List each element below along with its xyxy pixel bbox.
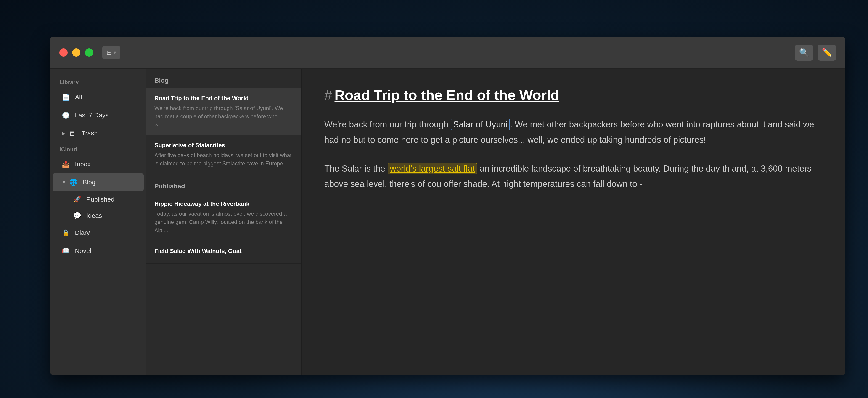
sidebar-item-all-label: All	[75, 93, 82, 101]
editor-heading-line: # Road Trip to the End of the World	[324, 87, 822, 103]
sidebar-toggle-group: ⊟ ▾	[102, 46, 120, 59]
sidebar-item-ideas[interactable]: 💬 Ideas	[59, 208, 144, 224]
sidebar-item-last7days[interactable]: 🕐 Last 7 Days	[53, 106, 144, 124]
sidebar-toggle-button[interactable]: ⊟ ▾	[102, 46, 120, 59]
diary-icon: 🔒	[62, 229, 70, 236]
search-icon: 🔍	[799, 48, 809, 57]
sidebar: Library 📄 All 🕐 Last 7 Days ▶ 🗑 Trash iC…	[50, 68, 146, 375]
sidebar-item-published-label: Published	[86, 196, 115, 203]
blog-section-header: Blog	[146, 68, 301, 88]
blog-subitems: 🚀 Published 💬 Ideas	[50, 192, 146, 224]
editor-heading[interactable]: Road Trip to the End of the World	[334, 87, 559, 103]
note-item-hippie[interactable]: Hippie Hideaway at the Riverbank Today, …	[146, 194, 301, 241]
library-section-label: Library	[50, 76, 146, 88]
published-section-header: Published	[146, 174, 301, 194]
maximize-button[interactable]	[85, 49, 93, 57]
sidebar-item-diary[interactable]: 🔒 Diary	[53, 224, 144, 241]
trash-icon: 🗑	[68, 130, 76, 137]
blog-icon: 🌐	[69, 178, 78, 186]
sidebar-item-trash[interactable]: ▶ 🗑 Trash	[53, 124, 144, 142]
note-title-stalactites: Superlative of Stalactites	[154, 142, 293, 149]
sidebar-item-all[interactable]: 📄 All	[53, 88, 144, 106]
titlebar: ⊟ ▾ 🔍 ✏️	[50, 37, 845, 68]
blog-disclosure-icon: ▼	[62, 179, 66, 185]
note-item-road-trip[interactable]: Road Trip to the End of the World We're …	[146, 88, 301, 135]
salt-flat-highlight[interactable]: world's largest salt flat	[388, 163, 477, 174]
document-icon: 📄	[62, 93, 70, 101]
note-title-field-salad: Field Salad With Walnuts, Goat	[154, 248, 293, 255]
para2-before-text: The Salar is the	[324, 164, 388, 173]
sidebar-icon: ⊟	[106, 49, 112, 56]
note-preview-hippie: Today, as our vacation is almost over, w…	[154, 210, 293, 234]
novel-icon: 📖	[62, 247, 70, 255]
sidebar-item-trash-label: Trash	[82, 130, 98, 137]
clock-icon: 🕐	[62, 111, 70, 119]
note-preview-road-trip: We're back from our trip through [Salar …	[154, 104, 293, 129]
note-title-road-trip: Road Trip to the End of the World	[154, 95, 293, 102]
traffic-lights	[59, 49, 93, 57]
ideas-icon: 💬	[73, 212, 81, 219]
sidebar-item-novel-label: Novel	[75, 247, 91, 255]
editor-paragraph-2: The Salar is the world's largest salt fl…	[324, 161, 822, 192]
disclosure-triangle-icon: ▶	[62, 131, 65, 136]
chevron-down-icon: ▾	[114, 50, 116, 56]
note-item-field-salad[interactable]: Field Salad With Walnuts, Goat	[146, 241, 301, 263]
icloud-section-label: iCloud	[50, 142, 146, 155]
editor-body: We're back from our trip through Salar o…	[324, 117, 822, 192]
inbox-icon: 📥	[62, 160, 70, 168]
sidebar-item-inbox-label: Inbox	[75, 161, 91, 168]
para1-before-text: We're back from our trip through	[324, 120, 451, 129]
published-icon: 🚀	[73, 196, 81, 203]
sidebar-item-blog[interactable]: ▼ 🌐 Blog	[53, 173, 144, 191]
compose-icon: ✏️	[822, 48, 832, 57]
salar-uyuni-link[interactable]: Salar of Uyuni	[451, 119, 510, 130]
compose-button[interactable]: ✏️	[818, 45, 836, 61]
main-content: Library 📄 All 🕐 Last 7 Days ▶ 🗑 Trash iC…	[50, 68, 845, 375]
sidebar-item-novel[interactable]: 📖 Novel	[53, 242, 144, 260]
sidebar-item-ideas-label: Ideas	[86, 212, 102, 219]
notes-list-panel: Blog Road Trip to the End of the World W…	[146, 68, 302, 375]
note-preview-stalactites: After five days of beach holidays, we se…	[154, 151, 293, 168]
sidebar-item-published[interactable]: 🚀 Published	[59, 192, 144, 207]
sidebar-item-last7days-label: Last 7 Days	[75, 112, 109, 119]
editor-panel: # Road Trip to the End of the World We'r…	[302, 68, 845, 375]
app-window: ⊟ ▾ 🔍 ✏️ Library 📄 All 🕐 Last 7 Days	[50, 37, 845, 375]
sidebar-item-diary-label: Diary	[75, 229, 90, 236]
heading-marker-icon: #	[324, 87, 332, 103]
note-title-hippie: Hippie Hideaway at the Riverbank	[154, 200, 293, 207]
minimize-button[interactable]	[72, 49, 81, 57]
search-button[interactable]: 🔍	[795, 45, 813, 61]
sidebar-item-blog-label: Blog	[83, 179, 95, 186]
close-button[interactable]	[59, 49, 68, 57]
note-item-stalactites[interactable]: Superlative of Stalactites After five da…	[146, 135, 301, 174]
sidebar-item-inbox[interactable]: 📥 Inbox	[53, 155, 144, 173]
editor-paragraph-1: We're back from our trip through Salar o…	[324, 117, 822, 147]
